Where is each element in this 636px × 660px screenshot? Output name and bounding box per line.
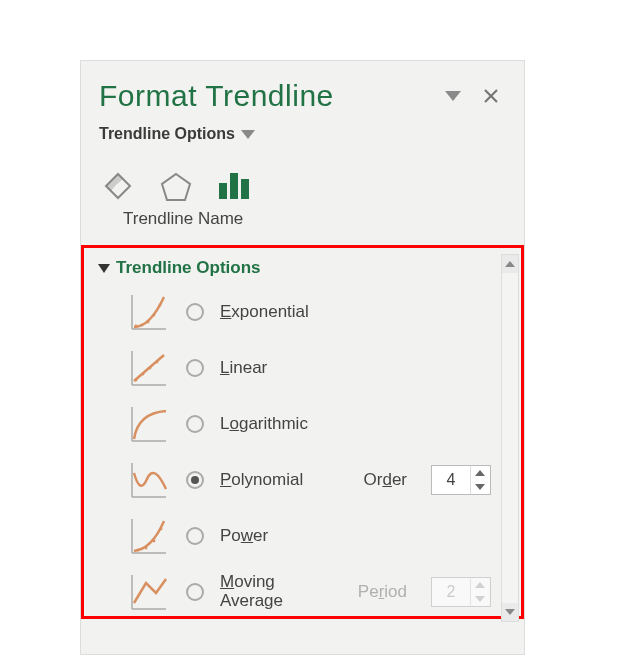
power-label[interactable]: Power [220,527,268,546]
scroll-down-button[interactable] [502,603,518,621]
svg-marker-39 [505,261,515,267]
svg-point-12 [141,324,144,327]
category-tabs [81,151,524,205]
panel-header: Format Trendline [81,61,524,121]
option-exponential-row: Exponential [126,284,515,340]
order-input[interactable] [432,466,470,494]
logarithmic-curve-icon [126,403,170,445]
power-curve-icon [126,515,170,557]
options-list: Exponential Linear [98,280,515,620]
svg-marker-5 [162,174,190,200]
svg-marker-38 [475,596,485,602]
scroll-track[interactable] [502,273,518,603]
section-title: Trendline Options [116,258,261,278]
svg-rect-6 [219,183,227,199]
svg-point-14 [153,314,156,317]
linear-label[interactable]: Linear [220,359,267,378]
dropdown-label: Trendline Options [99,125,235,143]
highlight-box: Trendline Options Exponential [81,245,524,619]
svg-point-15 [159,304,162,307]
moving-average-icon [126,571,170,613]
order-down-button[interactable] [471,480,488,494]
period-label: Period [358,582,407,602]
svg-point-33 [153,540,156,543]
svg-point-13 [147,321,150,324]
active-tab-caret [229,284,253,296]
period-spinner [431,577,491,607]
vertical-scrollbar[interactable] [501,254,519,622]
order-spinner[interactable] [431,465,491,495]
order-up-button[interactable] [471,466,488,480]
logarithmic-radio[interactable] [186,415,204,433]
svg-rect-7 [230,173,238,199]
close-button[interactable] [476,81,506,111]
fill-line-tab[interactable] [99,167,137,205]
period-down-button [471,592,488,606]
panel-title: Format Trendline [99,79,430,113]
svg-point-32 [145,547,148,550]
trendline-options-tab[interactable] [215,167,253,205]
polynomial-curve-icon [126,459,170,501]
option-logarithmic-row: Logarithmic [126,396,515,452]
panel-menu-button[interactable] [438,81,468,111]
svg-marker-40 [505,609,515,615]
trendline-options-section[interactable]: Trendline Options [98,256,515,280]
period-arrows [470,578,488,606]
moving-average-radio[interactable] [186,583,204,601]
options-dropdown[interactable]: Trendline Options [81,121,524,151]
order-label: Order [364,470,407,490]
svg-point-31 [137,549,140,552]
scroll-up-button[interactable] [502,255,518,273]
svg-point-19 [135,379,138,382]
order-arrows [470,466,488,494]
moving-average-label[interactable]: Moving Average [220,573,283,610]
period-input [432,578,470,606]
logarithmic-label[interactable]: Logarithmic [220,415,308,434]
format-trendline-panel: Format Trendline Trendline Options [80,60,525,655]
exponential-curve-icon [126,291,170,333]
option-polynomial-row: Polynomial Order [126,452,515,508]
svg-marker-3 [241,130,255,139]
power-radio[interactable] [186,527,204,545]
options-content: Trendline Options Exponential [84,248,521,628]
period-up-button [471,578,488,592]
exponential-label[interactable]: Exponential [220,303,309,322]
option-linear-row: Linear [126,340,515,396]
svg-point-21 [149,367,152,370]
svg-point-34 [160,528,163,531]
svg-point-22 [156,361,159,364]
svg-marker-27 [475,470,485,476]
polynomial-label[interactable]: Polynomial [220,471,303,490]
svg-rect-8 [241,179,249,199]
svg-point-20 [142,373,145,376]
option-moving-average-row: Moving Average Period [126,564,515,620]
svg-marker-37 [475,582,485,588]
exponential-radio[interactable] [186,303,204,321]
effects-tab[interactable] [157,167,195,205]
chevron-down-icon [241,130,255,139]
trendline-name-label: Trendline Name [81,205,524,229]
linear-radio[interactable] [186,359,204,377]
linear-curve-icon [126,347,170,389]
svg-point-11 [135,325,138,328]
svg-marker-28 [475,484,485,490]
svg-marker-0 [445,91,461,101]
polynomial-radio[interactable] [186,471,204,489]
collapse-triangle-icon [98,264,110,273]
option-power-row: Power [126,508,515,564]
